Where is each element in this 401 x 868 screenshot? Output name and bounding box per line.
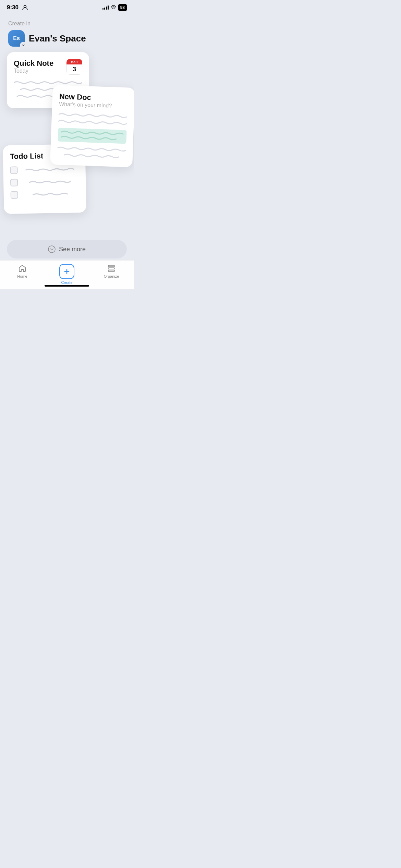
- space-name: Evan's Space: [29, 33, 86, 44]
- status-icons: 98: [102, 4, 127, 11]
- home-icon: [18, 264, 27, 273]
- status-bar: 9:30 98: [0, 0, 134, 14]
- todo-checkbox-2: [10, 179, 18, 186]
- svg-rect-5: [108, 270, 114, 272]
- header: Create in Es Evan's Space: [0, 14, 134, 52]
- space-avatar[interactable]: Es: [8, 30, 25, 47]
- calendar-day: 3: [73, 66, 76, 73]
- tab-create[interactable]: Create: [45, 264, 89, 285]
- cards-container: Quick Note Today MAR 3: [0, 52, 134, 224]
- new-doc-line-4: [57, 153, 126, 159]
- tab-home[interactable]: Home: [0, 264, 45, 278]
- todo-item-1: [10, 165, 78, 174]
- todo-item-3: [11, 190, 79, 198]
- svg-rect-4: [108, 268, 114, 269]
- person-icon: [22, 4, 28, 11]
- new-doc-line-2: [58, 120, 127, 125]
- todo-line-3: [22, 192, 79, 196]
- svg-point-1: [113, 9, 114, 10]
- highlighted-text-block: [58, 128, 126, 144]
- calendar-icon: MAR 3: [66, 59, 82, 75]
- highlighted-squiggly-lines: [58, 128, 126, 144]
- todo-item-2: [10, 178, 79, 186]
- svg-rect-3: [108, 265, 114, 267]
- new-doc-line-1: [59, 113, 127, 119]
- todo-line-2: [21, 180, 79, 184]
- tab-organize[interactable]: Organize: [89, 264, 134, 278]
- see-more-chevron-icon: [48, 245, 56, 253]
- quick-note-subtitle: Today: [14, 68, 53, 74]
- tab-home-label: Home: [17, 274, 27, 278]
- tab-create-label: Create: [61, 280, 72, 285]
- squiggly-line-1: [14, 81, 82, 84]
- quick-note-title: Quick Note: [14, 59, 53, 68]
- new-doc-card[interactable]: New Doc What's on your mind?: [50, 85, 134, 167]
- battery-indicator: 98: [118, 4, 127, 11]
- calendar-month: MAR: [71, 60, 78, 63]
- avatar-text: Es: [13, 35, 20, 41]
- todo-line-1: [21, 168, 78, 171]
- wifi-icon: [111, 5, 116, 10]
- todo-checkbox-1: [10, 166, 17, 174]
- new-doc-line-3: [58, 146, 126, 152]
- tab-organize-label: Organize: [104, 274, 119, 278]
- space-selector[interactable]: Es Evan's Space: [8, 30, 125, 47]
- organize-icon: [107, 264, 116, 273]
- see-more-label: See more: [59, 246, 86, 253]
- todo-checkbox-3: [11, 191, 18, 198]
- new-doc-lines: [57, 113, 127, 159]
- chevron-down-icon: [20, 42, 27, 49]
- create-icon: [59, 264, 74, 279]
- status-time: 9:30: [7, 4, 19, 11]
- home-indicator: [45, 285, 89, 287]
- signal-icon: [102, 5, 109, 10]
- svg-point-2: [48, 246, 55, 253]
- create-in-label: Create in: [8, 21, 125, 27]
- see-more-button[interactable]: See more: [7, 240, 127, 258]
